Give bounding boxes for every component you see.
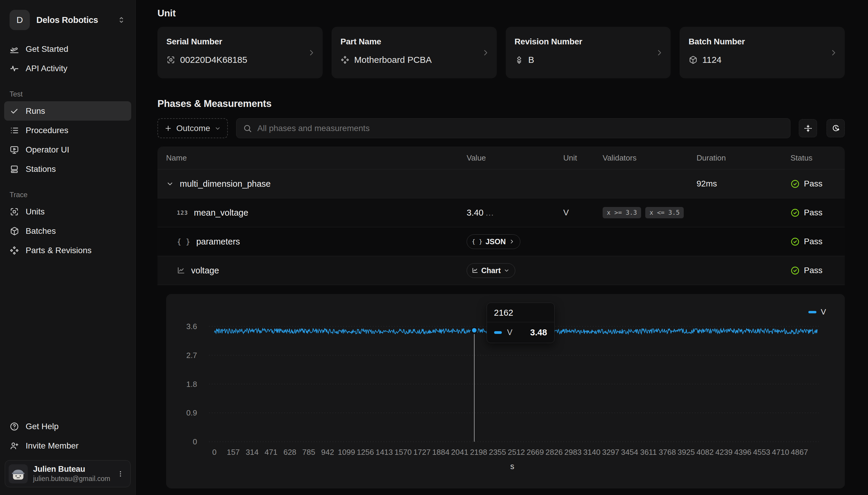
svg-text:2983: 2983 (564, 448, 582, 457)
nav-group-trace: Trace (4, 191, 131, 199)
svg-text:2198: 2198 (470, 448, 487, 457)
unfold-icon (117, 16, 126, 24)
sidebar-item-label: Parts & Revisions (26, 246, 92, 255)
voltage-chart-panel[interactable]: 3.62.71.80.90015731447162878594210991256… (166, 294, 845, 489)
card-batch-number[interactable]: Batch Number 1124 (679, 27, 845, 78)
legend-swatch (808, 311, 816, 313)
svg-text:2826: 2826 (545, 448, 563, 457)
list-icon (10, 126, 19, 135)
sidebar-item-get-started[interactable]: Get Started (4, 39, 131, 59)
chevron-down-icon[interactable] (166, 180, 174, 188)
phases-table: Name Value Unit Validators Duration Stat… (158, 147, 845, 489)
svg-text:4867: 4867 (791, 448, 808, 457)
col-duration: Duration (697, 153, 790, 163)
status-label: Pass (804, 237, 822, 246)
scan-icon (166, 55, 175, 64)
line-chart-type-icon (177, 266, 185, 275)
measurement-name: mean_voltage (194, 208, 248, 218)
search-input[interactable] (257, 124, 784, 133)
sidebar-item-api-activity[interactable]: API Activity (4, 59, 131, 78)
svg-text:628: 628 (283, 448, 296, 457)
history-button[interactable] (826, 119, 845, 137)
user-menu-dots-icon[interactable] (115, 468, 126, 479)
card-revision-number[interactable]: Revision Number B (506, 27, 671, 78)
card-part-name[interactable]: Part Name Motherboard PCBA (331, 27, 497, 78)
filters-toolbar: Outcome (158, 118, 845, 138)
tooltip-series-value: 3.48 (530, 328, 547, 338)
chart-legend-item-v[interactable]: V (808, 307, 826, 317)
measurement-name: voltage (191, 266, 219, 275)
svg-text:0: 0 (212, 448, 216, 457)
chart-tooltip: 2162 V 3.48 (487, 303, 555, 343)
sidebar-item-label: Get Started (26, 45, 68, 54)
unit-cards: Serial Number 00220D4K68185 Part Name Mo… (158, 27, 845, 78)
col-value: Value (466, 153, 563, 163)
collapse-rows-button[interactable] (799, 119, 817, 137)
table-row-mean-voltage[interactable]: 123 mean_voltage 3.40 … V x >= 3.3 x <= … (158, 198, 845, 227)
table-row-parameters[interactable]: { } parameters { } JSON Pass (158, 227, 845, 256)
sidebar-item-label: Invite Member (26, 441, 78, 450)
sidebar-item-label: Stations (26, 165, 56, 174)
user-card[interactable]: Julien Buteau julien.buteau@gmail.com (5, 460, 131, 487)
svg-text:0.9: 0.9 (186, 408, 197, 417)
package-icon (10, 226, 19, 236)
chart-view-button[interactable]: Chart (466, 263, 515, 278)
validator-badge: x >= 3.3 (603, 207, 641, 218)
sidebar-item-label: Get Help (26, 422, 59, 431)
activity-icon (10, 64, 19, 73)
svg-text:471: 471 (264, 448, 277, 457)
svg-text:2669: 2669 (527, 448, 544, 457)
user-avatar (9, 464, 28, 483)
svg-text:0: 0 (193, 437, 197, 446)
sidebar-item-parts-revisions[interactable]: Parts & Revisions (4, 241, 131, 260)
chevron-right-icon (307, 49, 315, 57)
page-title: Unit (158, 8, 845, 19)
legend-label: V (821, 307, 826, 317)
svg-text:157: 157 (227, 448, 240, 457)
outcome-filter-button[interactable]: Outcome (158, 118, 228, 138)
check-icon (10, 106, 19, 116)
svg-text:3454: 3454 (621, 448, 638, 457)
card-serial-number[interactable]: Serial Number 00220D4K68185 (158, 27, 323, 78)
braces-type-icon: { } (177, 237, 190, 246)
voltage-chart-section: 3.62.71.80.90015731447162878594210991256… (158, 285, 845, 489)
svg-text:s: s (510, 462, 514, 471)
phase-duration: 92ms (697, 179, 790, 189)
json-viewer-button[interactable]: { } JSON (466, 234, 520, 249)
status-label: Pass (804, 179, 822, 189)
sidebar-item-procedures[interactable]: Procedures (4, 121, 131, 140)
line-chart-icon (472, 267, 478, 274)
svg-text:1256: 1256 (357, 448, 374, 457)
sidebar-item-stations[interactable]: Stations (4, 159, 131, 179)
sidebar-item-label: Batches (26, 226, 56, 236)
svg-text:785: 785 (302, 448, 315, 457)
table-row-phase[interactable]: multi_dimension_phase 92ms Pass (158, 169, 845, 198)
check-circle-icon (790, 237, 800, 246)
measurement-value: 3.40 (466, 208, 484, 218)
svg-text:3768: 3768 (659, 448, 676, 457)
measurement-unit: V (563, 208, 603, 218)
sidebar-item-units[interactable]: Units (4, 202, 131, 221)
user-email: julien.buteau@gmail.com (33, 475, 110, 483)
sidebar-item-get-help[interactable]: Get Help (4, 417, 131, 436)
sidebar-item-invite-member[interactable]: Invite Member (4, 436, 131, 455)
table-row-voltage[interactable]: voltage Chart Pass (158, 256, 845, 285)
nav-group-test: Test (4, 90, 131, 98)
col-validators: Validators (603, 153, 697, 163)
sidebar-footer: Get Help Invite Member Julien Buteau jul… (0, 417, 135, 495)
plus-icon (164, 124, 172, 132)
sidebar-item-batches[interactable]: Batches (4, 221, 131, 241)
plane-takeoff-icon (10, 45, 19, 54)
chevron-down-icon (214, 125, 221, 132)
svg-text:1099: 1099 (338, 448, 355, 457)
phase-name: multi_dimension_phase (180, 179, 271, 189)
org-switcher[interactable]: D Delos Robotics (7, 9, 128, 31)
sidebar-item-runs[interactable]: Runs (4, 101, 131, 121)
search-icon (243, 124, 252, 133)
sidebar-item-operator-ui[interactable]: Operator UI (4, 140, 131, 159)
scan-icon (10, 207, 19, 217)
layers-icon (515, 55, 524, 64)
svg-text:4396: 4396 (734, 448, 751, 457)
section-title: Phases & Measurements (158, 98, 845, 109)
station-icon (10, 165, 19, 174)
